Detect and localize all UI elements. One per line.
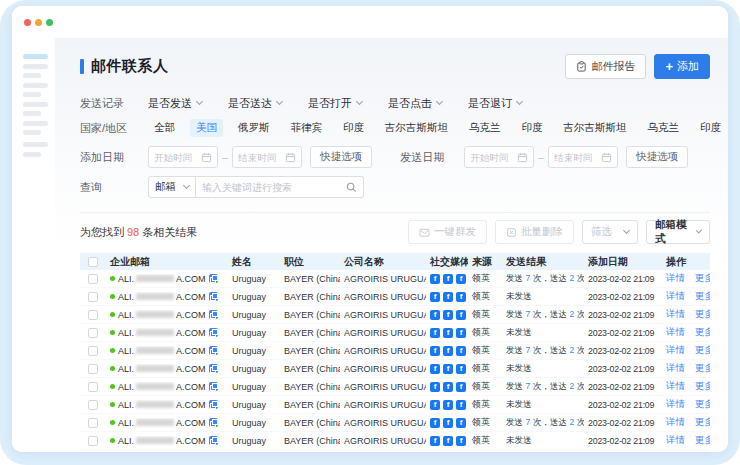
facebook-icon[interactable]: f: [443, 274, 453, 284]
country-option[interactable]: 全部: [148, 119, 181, 137]
facebook-icon[interactable]: f: [456, 310, 466, 320]
more-link[interactable]: 更多: [695, 380, 710, 393]
copy-icon[interactable]: [209, 328, 218, 337]
facebook-icon[interactable]: f: [430, 364, 440, 374]
country-option-active[interactable]: 美国: [190, 119, 223, 137]
row-checkbox[interactable]: [88, 436, 98, 446]
facebook-icon[interactable]: f: [430, 436, 440, 446]
facebook-icon[interactable]: f: [456, 274, 466, 284]
facebook-icon[interactable]: f: [456, 346, 466, 356]
add-date-start-input[interactable]: [148, 146, 218, 168]
more-link[interactable]: 更多: [695, 290, 710, 303]
sidebar-item[interactable]: [23, 111, 41, 116]
send-date-end-input[interactable]: [548, 146, 618, 168]
facebook-icon[interactable]: f: [456, 292, 466, 302]
sidebar-item-active[interactable]: [23, 54, 48, 59]
facebook-icon[interactable]: f: [430, 418, 440, 428]
facebook-icon[interactable]: f: [443, 436, 453, 446]
detail-link[interactable]: 详情: [666, 398, 685, 411]
row-checkbox[interactable]: [88, 292, 98, 302]
detail-link[interactable]: 详情: [666, 416, 685, 429]
copy-icon[interactable]: [209, 292, 218, 301]
facebook-icon[interactable]: f: [456, 382, 466, 392]
facebook-icon[interactable]: f: [443, 310, 453, 320]
add-date-end-input[interactable]: [232, 146, 302, 168]
row-checkbox[interactable]: [88, 310, 98, 320]
facebook-icon[interactable]: f: [456, 418, 466, 428]
sidebar-item[interactable]: [23, 130, 41, 135]
detail-link[interactable]: 详情: [666, 434, 685, 447]
facebook-icon[interactable]: f: [456, 436, 466, 446]
bulk-send-button[interactable]: 一键群发: [408, 220, 487, 244]
copy-icon[interactable]: [209, 436, 218, 445]
send-record-filter[interactable]: 是否送达: [228, 96, 282, 111]
select-all-checkbox[interactable]: [88, 257, 98, 267]
sidebar-item[interactable]: [23, 142, 48, 147]
more-link[interactable]: 更多: [695, 434, 710, 447]
copy-icon[interactable]: [209, 346, 218, 355]
country-option[interactable]: 俄罗斯: [232, 119, 276, 137]
send-date-start-input[interactable]: [464, 146, 534, 168]
detail-link[interactable]: 详情: [666, 308, 685, 321]
facebook-icon[interactable]: f: [443, 328, 453, 338]
more-link[interactable]: 更多: [695, 362, 710, 375]
country-option[interactable]: 印度: [516, 119, 549, 137]
country-option[interactable]: 乌克兰: [463, 119, 507, 137]
facebook-icon[interactable]: f: [443, 364, 453, 374]
row-checkbox[interactable]: [88, 364, 98, 374]
detail-link[interactable]: 详情: [666, 380, 685, 393]
sidebar-item[interactable]: [23, 83, 48, 88]
detail-link[interactable]: 详情: [666, 290, 685, 303]
country-option[interactable]: 吉尔吉斯斯坦: [558, 119, 633, 137]
copy-icon[interactable]: [209, 310, 218, 319]
send-record-filter[interactable]: 是否退订: [468, 96, 522, 111]
sidebar-item[interactable]: [23, 64, 48, 69]
copy-icon[interactable]: [209, 382, 218, 391]
facebook-icon[interactable]: f: [443, 382, 453, 392]
row-checkbox[interactable]: [88, 382, 98, 392]
facebook-icon[interactable]: f: [430, 292, 440, 302]
facebook-icon[interactable]: f: [430, 328, 440, 338]
more-link[interactable]: 更多: [695, 326, 710, 339]
row-checkbox[interactable]: [88, 274, 98, 284]
row-checkbox[interactable]: [88, 328, 98, 338]
detail-link[interactable]: 详情: [666, 272, 685, 285]
copy-icon[interactable]: [209, 400, 218, 409]
facebook-icon[interactable]: f: [430, 274, 440, 284]
facebook-icon[interactable]: f: [443, 346, 453, 356]
row-checkbox[interactable]: [88, 400, 98, 410]
facebook-icon[interactable]: f: [443, 418, 453, 428]
sidebar-item[interactable]: [23, 92, 41, 97]
facebook-icon[interactable]: f: [456, 328, 466, 338]
copy-icon[interactable]: [209, 274, 218, 283]
country-option[interactable]: 乌克兰: [642, 119, 686, 137]
facebook-icon[interactable]: f: [430, 310, 440, 320]
country-option[interactable]: 吉尔吉斯斯坦: [379, 119, 454, 137]
window-close-button[interactable]: [24, 19, 31, 26]
sidebar-item[interactable]: [23, 102, 48, 107]
facebook-icon[interactable]: f: [430, 346, 440, 356]
send-record-filter[interactable]: 是否打开: [308, 96, 362, 111]
facebook-icon[interactable]: f: [456, 400, 466, 410]
facebook-icon[interactable]: f: [430, 382, 440, 392]
window-zoom-button[interactable]: [46, 19, 53, 26]
send-date-quick-button[interactable]: 快捷选项: [626, 146, 688, 168]
facebook-icon[interactable]: f: [443, 292, 453, 302]
mailbox-mode-select[interactable]: 邮箱模式: [646, 220, 710, 244]
country-option[interactable]: 印度: [337, 119, 370, 137]
sidebar-item[interactable]: [23, 152, 41, 157]
mail-report-button[interactable]: 邮件报告: [565, 54, 646, 79]
window-minimize-button[interactable]: [35, 19, 42, 26]
add-button[interactable]: + 添加: [654, 54, 710, 79]
more-link[interactable]: 更多: [695, 398, 710, 411]
detail-link[interactable]: 详情: [666, 362, 685, 375]
keyword-search-input[interactable]: [196, 176, 364, 198]
add-date-quick-button[interactable]: 快捷选项: [310, 146, 372, 168]
facebook-icon[interactable]: f: [443, 400, 453, 410]
sidebar-item[interactable]: [23, 73, 41, 78]
facebook-icon[interactable]: f: [456, 364, 466, 374]
row-checkbox[interactable]: [88, 346, 98, 356]
copy-icon[interactable]: [209, 418, 218, 427]
facebook-icon[interactable]: f: [430, 400, 440, 410]
country-option[interactable]: 印度: [694, 119, 727, 137]
